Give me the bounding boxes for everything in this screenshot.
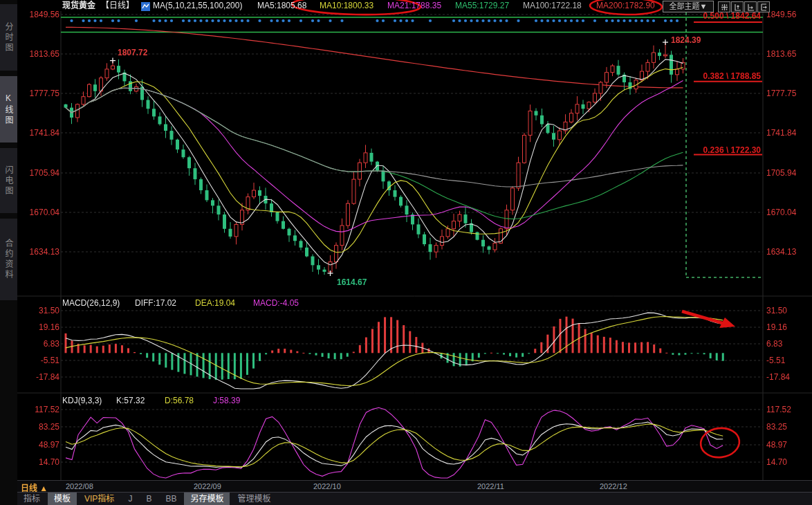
- x-axis-label: 2022/12: [600, 482, 627, 490]
- macd-diff-value: DIFF:17.02: [135, 298, 176, 308]
- ma-settings-label: MA(5,10,21,55,100,200): [153, 1, 242, 11]
- macd-axis-label: -5.51: [766, 356, 808, 365]
- sidebar-item-label: K线图: [3, 93, 15, 126]
- ma10-value: MA10:1800.33: [320, 1, 373, 11]
- x-axis-label: 2022/11: [477, 482, 504, 490]
- sidebar-item-time-chart[interactable]: 分时图: [0, 4, 17, 71]
- macd-value: MACD:-4.05: [253, 298, 299, 308]
- pan-icon[interactable]: [718, 1, 730, 12]
- date-axis-strip: [17, 480, 812, 493]
- zoom-y-axis-icon[interactable]: [731, 1, 744, 12]
- kdj-axis-label: 48.97: [19, 440, 59, 450]
- sidebar-item-lightning-chart[interactable]: 闪电图: [0, 148, 17, 213]
- tab-bb[interactable]: BB: [159, 493, 183, 505]
- bottom-toolbar: 指标 模板 VIP指标 J B BB 另存模板 管理模板: [17, 492, 812, 505]
- swing-high-label: 1824.39: [671, 35, 701, 45]
- period-title: 【日线】: [101, 1, 134, 11]
- macd-axis-label: 31.50: [766, 306, 808, 315]
- y-axis-label: 1634.13: [19, 247, 59, 257]
- ma21-value: MA21:1788.35: [387, 1, 441, 11]
- kdj-k-value: K:57.32: [116, 396, 145, 405]
- x-axis-label: 2022/08: [66, 482, 93, 490]
- fib-level-0236: 0.236 \ 1722.30: [692, 145, 761, 155]
- macd-axis-label: 6.83: [766, 339, 808, 349]
- kdj-axis-label: 14.70: [766, 457, 808, 467]
- kdj-d-value: D:56.78: [165, 396, 194, 405]
- y-axis-label: 1670.04: [19, 208, 59, 217]
- ma200-value: MA200:1782.90: [596, 1, 655, 11]
- kdj-axis-label: 117.52: [766, 405, 808, 414]
- y-axis-label: 1813.65: [766, 49, 808, 59]
- sidebar-item-label: 分时图: [3, 22, 15, 53]
- tab-save-template[interactable]: 另存模板: [184, 493, 230, 505]
- zoom-x-axis-icon[interactable]: [744, 1, 757, 12]
- tab-manage-template[interactable]: 管理模板: [231, 493, 277, 505]
- y-axis-label: 1849.56: [766, 10, 808, 19]
- macd-axis-label: 31.50: [19, 306, 59, 315]
- swing-low-label: 1614.67: [337, 277, 367, 287]
- kdj-axis-label: 14.70: [19, 457, 59, 467]
- sidebar-item-label: 闪电图: [3, 165, 15, 196]
- kdj-title: KDJ(9,3,3): [62, 396, 102, 405]
- tab-templates[interactable]: 模板: [48, 493, 77, 505]
- swing-high-label: 1807.72: [118, 48, 147, 57]
- y-axis-label: 1849.56: [19, 10, 59, 19]
- macd-axis-label: -17.84: [19, 372, 59, 382]
- y-axis-label: 1670.04: [766, 208, 808, 217]
- macd-axis-label: 6.83: [19, 339, 59, 349]
- kline-icon: [141, 1, 150, 14]
- ma5-value: MA5:1805.68: [257, 1, 306, 11]
- y-axis-label: 1777.75: [766, 89, 808, 98]
- fib-level-0382: 0.382 \ 1788.85: [692, 71, 761, 81]
- ma100-value: MA100:1722.18: [523, 1, 582, 11]
- sidebar-item-kline-chart[interactable]: K线图: [0, 76, 17, 143]
- theme-dropdown-button[interactable]: 全部主题▼: [663, 1, 714, 12]
- y-axis-label: 1634.13: [766, 247, 808, 257]
- kdj-axis-label: 83.25: [766, 422, 808, 432]
- tab-vip-indicators[interactable]: VIP指标: [78, 493, 120, 505]
- tab-j[interactable]: J: [122, 493, 138, 505]
- collapse-right-icon[interactable]: [757, 1, 770, 12]
- macd-axis-label: 19.16: [19, 322, 59, 332]
- y-axis-label: 1705.94: [19, 168, 59, 178]
- y-axis-label: 1741.84: [19, 128, 59, 138]
- y-axis-label: 1705.94: [766, 168, 808, 178]
- sidebar-item-contract-info[interactable]: 合约资料: [0, 219, 17, 300]
- kdj-j-value: J:58.39: [213, 396, 240, 405]
- tab-b[interactable]: B: [140, 493, 158, 505]
- sidebar-item-label: 合约资料: [3, 239, 15, 280]
- tab-indicators[interactable]: 指标: [17, 493, 46, 505]
- kdj-axis-label: 48.97: [766, 440, 808, 450]
- left-sidebar: 分时图 K线图 闪电图 合约资料: [0, 0, 17, 505]
- y-axis-label: 1813.65: [19, 49, 59, 59]
- fib-level-0500: 0.500 \ 1842.64: [692, 11, 761, 21]
- kdj-axis-label: 117.52: [19, 405, 59, 414]
- y-axis-label: 1741.84: [766, 128, 808, 138]
- macd-title: MACD(26,12,9): [62, 298, 120, 308]
- y-axis-label: 1777.75: [19, 89, 59, 98]
- macd-axis-label: -5.51: [19, 356, 59, 365]
- symbol-title: 现货黄金: [62, 1, 95, 11]
- macd-dea-value: DEA:19.04: [195, 298, 235, 308]
- ma55-value: MA55:1729.27: [455, 1, 509, 11]
- chart-canvas[interactable]: [0, 0, 812, 505]
- kdj-axis-label: 83.25: [19, 422, 59, 432]
- x-axis-label: 2022/09: [194, 482, 221, 490]
- macd-axis-label: -17.84: [766, 372, 808, 382]
- x-axis-label: 2022/10: [313, 482, 341, 490]
- trading-app-window: 分时图 K线图 闪电图 合约资料 现货黄金 【日线】 MA(5,10,21,55…: [0, 0, 812, 505]
- macd-axis-label: 19.16: [766, 322, 808, 332]
